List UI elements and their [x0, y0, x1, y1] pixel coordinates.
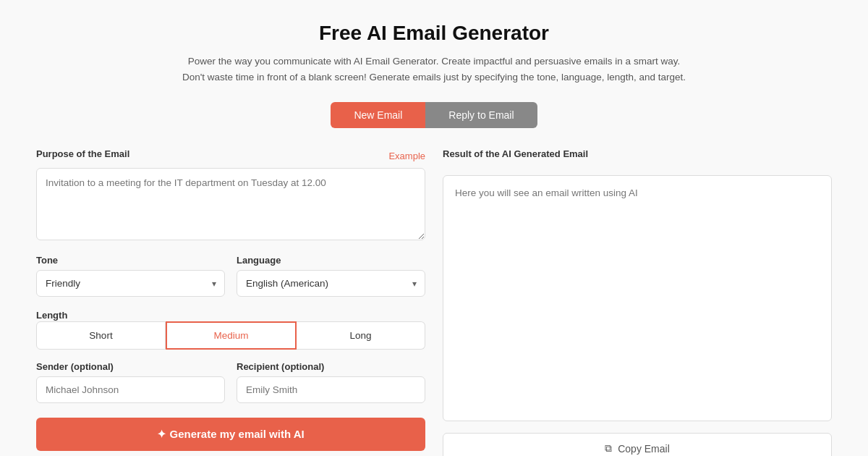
- length-buttons: Short Medium Long: [36, 321, 425, 350]
- purpose-textarea[interactable]: [36, 168, 425, 240]
- language-label: Language: [237, 255, 425, 266]
- page-title: Free AI Email Generator: [181, 22, 687, 45]
- generate-button[interactable]: ✦ Generate my email with AI: [36, 418, 425, 451]
- sender-group: Sender (optional): [36, 361, 225, 403]
- right-panel: Result of the AI Generated Email ⧉ Copy …: [443, 148, 832, 456]
- length-long-button[interactable]: Long: [297, 321, 425, 350]
- page-subtitle: Power the way you communicate with AI Em…: [181, 54, 687, 85]
- left-panel: Purpose of the Email Example Tone Friend…: [36, 148, 425, 456]
- result-label: Result of the AI Generated Email: [443, 148, 832, 159]
- tab-reply-to-email[interactable]: Reply to Email: [425, 102, 537, 128]
- tone-label: Tone: [36, 255, 225, 266]
- length-label: Length: [36, 310, 67, 321]
- recipient-input[interactable]: [237, 376, 425, 403]
- example-link[interactable]: Example: [388, 151, 425, 161]
- copy-label: Copy Email: [618, 443, 670, 455]
- recipient-label: Recipient (optional): [237, 361, 425, 372]
- sender-recipient-row: Sender (optional) Recipient (optional): [36, 361, 425, 403]
- purpose-section: Purpose of the Email Example: [36, 148, 425, 243]
- tone-group: Tone Friendly Formal Casual Professional: [36, 255, 225, 297]
- result-textarea[interactable]: [443, 175, 832, 421]
- copy-icon: ⧉: [605, 442, 612, 455]
- length-medium-button[interactable]: Medium: [166, 321, 297, 350]
- copy-button[interactable]: ⧉ Copy Email: [443, 433, 832, 456]
- language-select[interactable]: English (American) English (British) Spa…: [237, 270, 425, 297]
- language-select-wrapper: English (American) English (British) Spa…: [237, 270, 425, 297]
- tone-select-wrapper: Friendly Formal Casual Professional: [36, 270, 225, 297]
- length-section: Length Short Medium Long: [36, 308, 425, 350]
- sender-input[interactable]: [36, 376, 225, 403]
- purpose-label: Purpose of the Email: [36, 148, 129, 159]
- tone-language-row: Tone Friendly Formal Casual Professional…: [36, 255, 425, 297]
- length-short-button[interactable]: Short: [36, 321, 166, 350]
- language-group: Language English (American) English (Bri…: [237, 255, 425, 297]
- sender-label: Sender (optional): [36, 361, 225, 372]
- tone-select[interactable]: Friendly Formal Casual Professional: [36, 270, 225, 297]
- recipient-group: Recipient (optional): [237, 361, 425, 403]
- main-content: Purpose of the Email Example Tone Friend…: [36, 148, 832, 456]
- tab-row: New Email Reply to Email: [331, 102, 537, 128]
- purpose-label-row: Purpose of the Email Example: [36, 148, 425, 164]
- tab-new-email[interactable]: New Email: [331, 102, 425, 128]
- page-header: Free AI Email Generator Power the way yo…: [181, 22, 687, 85]
